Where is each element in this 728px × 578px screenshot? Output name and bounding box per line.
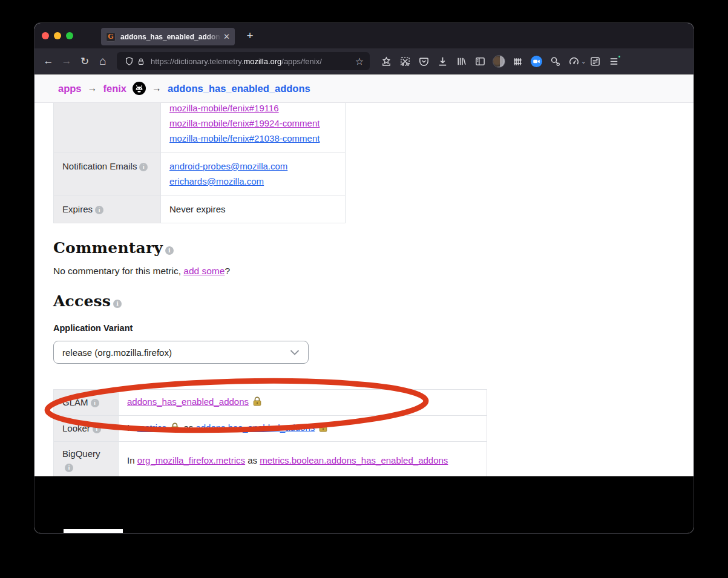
bigquery-column-link[interactable]: metrics.boolean.addons_has_enabled_addon… bbox=[260, 455, 448, 465]
url-text: https://dictionary.telemetry.mozilla.org… bbox=[151, 57, 353, 66]
expires-label: Expiresi bbox=[54, 195, 161, 223]
table-row: BigQueryi In org_mozilla_firefox.metrics… bbox=[54, 442, 487, 477]
breadcrumb-metric-link[interactable]: addons_has_enabled_addons bbox=[168, 83, 310, 94]
info-icon[interactable]: i bbox=[113, 300, 122, 308]
source-label-cell bbox=[54, 103, 161, 153]
browser-tab[interactable]: G addons_has_enabled_addons | f ✕ bbox=[101, 28, 235, 45]
bigquery-cell: In org_mozilla_firefox.metrics as metric… bbox=[119, 442, 487, 477]
select-chevron-icon bbox=[290, 350, 300, 355]
lock-icon bbox=[253, 396, 261, 410]
looker-explore-link[interactable]: metrics bbox=[137, 422, 166, 433]
breadcrumb: apps → fenix → addons_has_enabled_addons bbox=[34, 74, 694, 103]
profile-avatar[interactable] bbox=[490, 52, 508, 70]
page-footer: moz://a bbox=[34, 476, 694, 533]
glam-label: GLAMi bbox=[54, 390, 119, 416]
navigation-toolbar: ← → ↻ ⌂ https://dictionary.telemetry.moz… bbox=[34, 48, 694, 74]
shield-permissions-icon[interactable] bbox=[123, 52, 135, 70]
bug-link[interactable]: mozilla-mobile/fenix#19116 bbox=[169, 103, 279, 113]
browser-window: G addons_has_enabled_addons | f ✕ + ← → … bbox=[34, 23, 694, 533]
forward-button[interactable]: → bbox=[57, 52, 76, 70]
bigquery-table-link[interactable]: org_mozilla_firefox.metrics bbox=[137, 455, 245, 465]
tab-close-icon[interactable]: ✕ bbox=[223, 32, 230, 41]
android-icon bbox=[133, 82, 146, 95]
email-link[interactable]: erichards@mozilla.com bbox=[169, 176, 264, 186]
looker-label: Lookeri bbox=[54, 416, 119, 442]
lock-icon bbox=[171, 422, 179, 436]
breadcrumb-arrow-icon: → bbox=[152, 83, 162, 94]
new-tab-button[interactable]: + bbox=[240, 27, 260, 45]
bookmark-page-star-icon[interactable]: ☆ bbox=[355, 56, 364, 67]
info-icon[interactable]: i bbox=[95, 206, 103, 214]
url-bar[interactable]: https://dictionary.telemetry.mozilla.org… bbox=[117, 52, 370, 70]
minimize-window-button[interactable] bbox=[54, 32, 61, 39]
commentary-heading: Commentaryi bbox=[53, 239, 694, 257]
bug-link[interactable]: mozilla-mobile/fenix#19924-comment bbox=[169, 118, 320, 128]
library-icon[interactable] bbox=[452, 52, 471, 70]
cards-extension-icon[interactable] bbox=[586, 52, 605, 70]
breadcrumb-apps-link[interactable]: apps bbox=[58, 83, 82, 94]
glam-cell: addons_has_enabled_addons bbox=[119, 390, 487, 416]
table-row: Expiresi Never expires bbox=[54, 195, 346, 223]
info-icon[interactable]: i bbox=[139, 163, 148, 171]
notification-emails-cell: android-probes@mozilla.com erichards@moz… bbox=[161, 153, 346, 195]
breadcrumb-arrow-icon: → bbox=[88, 83, 97, 94]
access-table: GLAMi addons_has_enabled_addons Lookeri … bbox=[53, 389, 487, 476]
table-row: Notification Emailsi android-probes@mozi… bbox=[54, 153, 346, 195]
sidebar-icon[interactable] bbox=[471, 52, 490, 70]
home-button[interactable]: ⌂ bbox=[94, 52, 112, 70]
table-row: mozilla-mobile/fenix#19116 mozilla-mobil… bbox=[54, 103, 346, 153]
table-row: Lookeri In metrics as addons.has_enabled… bbox=[54, 416, 487, 442]
close-window-button[interactable] bbox=[42, 32, 49, 39]
breadcrumb-fenix-link[interactable]: fenix bbox=[103, 83, 127, 94]
screenshot-tool-icon[interactable] bbox=[396, 52, 415, 70]
access-heading: Accessi bbox=[53, 292, 694, 310]
tab-bar: G addons_has_enabled_addons | f ✕ + bbox=[34, 23, 694, 48]
back-button[interactable]: ← bbox=[39, 52, 57, 70]
notification-emails-label: Notification Emailsi bbox=[54, 153, 161, 195]
mozilla-logo: moz://a bbox=[64, 529, 123, 533]
pocket-icon[interactable] bbox=[415, 52, 433, 70]
source-links-cell: mozilla-mobile/fenix#19116 mozilla-mobil… bbox=[161, 103, 346, 153]
glean-dictionary-favicon: G bbox=[106, 32, 116, 42]
commentary-text: No commentary for this metric, add some? bbox=[53, 266, 694, 277]
add-commentary-link[interactable]: add some bbox=[183, 266, 225, 276]
selected-variant: release (org.mozilla.firefox) bbox=[62, 347, 290, 358]
application-variant-select[interactable]: release (org.mozilla.firefox) bbox=[53, 341, 309, 364]
table-row: GLAMi addons_has_enabled_addons bbox=[54, 390, 487, 416]
info-icon[interactable]: i bbox=[93, 425, 101, 433]
email-link[interactable]: android-probes@mozilla.com bbox=[169, 161, 287, 171]
page-content: mozilla-mobile/fenix#19116 mozilla-mobil… bbox=[34, 103, 694, 476]
expires-value: Never expires bbox=[161, 195, 346, 223]
lock-secure-icon[interactable] bbox=[135, 52, 147, 70]
menu-notification-dot bbox=[617, 54, 621, 59]
bug-link[interactable]: mozilla-mobile/fenix#21038-comment bbox=[169, 133, 320, 143]
glam-metric-link[interactable]: addons_has_enabled_addons bbox=[127, 396, 249, 407]
looker-cell: In metrics as addons.has_enabled_addons bbox=[119, 416, 487, 442]
menu-icon[interactable] bbox=[605, 52, 623, 70]
reload-button[interactable]: ↻ bbox=[76, 52, 94, 70]
lock-icon bbox=[319, 422, 327, 436]
info-icon[interactable]: i bbox=[165, 246, 174, 255]
fullscreen-window-button[interactable] bbox=[66, 32, 73, 39]
bigquery-label: BigQueryi bbox=[54, 442, 119, 477]
looker-field-link[interactable]: addons.has_enabled_addons bbox=[195, 422, 315, 433]
containers-fence-icon[interactable] bbox=[508, 52, 527, 70]
downloads-icon[interactable] bbox=[433, 52, 452, 70]
window-controls bbox=[42, 32, 73, 39]
info-icon[interactable]: i bbox=[65, 464, 73, 472]
search-gear-extension-icon[interactable] bbox=[546, 52, 565, 70]
bookmark-star-icon[interactable] bbox=[377, 52, 396, 70]
info-icon[interactable]: i bbox=[91, 399, 99, 407]
metric-details-table: mozilla-mobile/fenix#19116 mozilla-mobil… bbox=[53, 103, 346, 223]
application-variant-label: Application Variant bbox=[53, 323, 694, 333]
chevron-down-icon[interactable]: ⌄ bbox=[581, 58, 586, 65]
zoom-meeting-icon[interactable] bbox=[527, 52, 546, 70]
tab-title: addons_has_enabled_addons | f bbox=[120, 33, 221, 41]
